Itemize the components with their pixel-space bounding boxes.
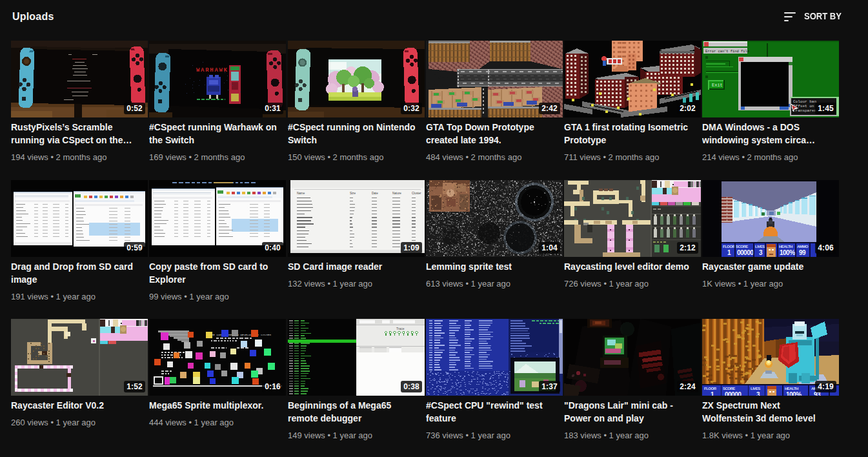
svg-text:Cluster: Cluster [412, 192, 421, 195]
svg-text:Date: Date [372, 192, 378, 195]
svg-text:100%: 100% [780, 249, 795, 256]
svg-text:Error can't find file: Error can't find file [705, 50, 749, 54]
svg-text:AMMO: AMMO [797, 245, 809, 249]
svg-text:Colour ban: Colour ban [793, 99, 816, 104]
svg-text:FLOOR: FLOOR [704, 387, 717, 391]
svg-text:Trace: Trace [396, 327, 405, 330]
svg-text:LIVES: LIVES [755, 245, 765, 249]
svg-text:Name: Name [297, 192, 305, 195]
svg-text:99: 99 [799, 249, 806, 256]
svg-text:Nature: Nature [392, 192, 401, 195]
svg-text:HEALTH: HEALTH [779, 245, 792, 249]
svg-text:00000: 00000 [725, 391, 742, 396]
svg-text:SCORE: SCORE [736, 245, 748, 249]
svg-text:HEALTH: HEALTH [785, 387, 798, 391]
svg-text:FLOOR: FLOOR [723, 245, 736, 249]
svg-text:LIVES: LIVES [751, 387, 760, 391]
svg-text:Exit: Exit [712, 83, 723, 88]
svg-text:Size: Size [350, 192, 356, 195]
svg-text:100%: 100% [786, 391, 802, 396]
svg-text:SCORE: SCORE [723, 387, 735, 391]
svg-text:THE COMMODORE C65 DEVELOPMENT: THE COMMODORE C65 DEVELOPMENT SYSTEM [210, 333, 271, 336]
svg-text:00000: 00000 [737, 249, 754, 256]
svg-text:Transparen: Transparen [793, 108, 816, 113]
